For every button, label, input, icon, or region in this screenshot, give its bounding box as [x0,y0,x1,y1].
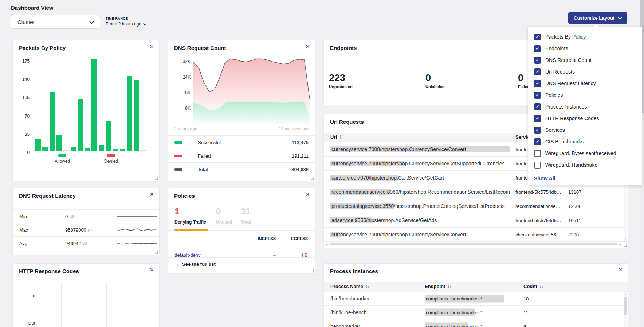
policy-name-link[interactable]: default-deny [174,252,201,258]
sort-icon [539,284,544,288]
resize-handle[interactable] [155,251,158,254]
checkbox-icon[interactable]: ✓ [534,92,541,99]
scroll-right-icon[interactable]: ▸ [620,243,621,246]
endpoint-highlight: compliance-benchmarker-* [425,295,504,302]
checkbox-icon[interactable]: ✓ [534,103,541,110]
menu-item-dns-request-count[interactable]: ✓DNS Request Count [534,54,642,66]
checkbox-icon[interactable] [534,162,541,169]
resize-handle[interactable] [311,177,314,180]
bar [106,121,111,151]
tab-count: 0 [216,207,232,216]
column-header-egress[interactable]: EGRESS [291,236,308,241]
menu-item-process-instances[interactable]: ✓Process Instances [534,101,642,113]
time-range-label: TIME RANGE [106,17,146,20]
widget-title: Policies [174,193,195,199]
checkbox-icon[interactable]: ✓ [534,57,541,64]
close-icon[interactable]: ✕ [149,44,154,49]
column-header-ingress[interactable]: INGRESS [258,236,276,241]
widget-process-instances: Process Instances ✕ Process NameEndpoint… [323,263,628,327]
sparkline [116,212,157,221]
close-icon[interactable]: ✕ [305,192,310,197]
checkbox-icon[interactable]: ✓ [534,34,541,40]
checkbox-icon[interactable]: ✓ [534,115,541,122]
bar [42,147,48,151]
latency-value: 95879000 [65,227,86,233]
y-tick-label: 140 [17,77,30,82]
close-icon[interactable]: ✕ [149,267,154,272]
tab-denying-traffic[interactable]: 1Denying Traffic [174,207,206,225]
legend-swatch [174,141,182,144]
tab-unused[interactable]: 0Unused [216,207,232,225]
column-header-url[interactable]: Url [330,134,343,140]
bar [71,147,76,151]
dns-legend: Successful113,475Failed191,211Total304,6… [168,135,315,176]
menu-item-packets-by-policy[interactable]: ✓Packets By Policy [534,31,642,43]
view-selector[interactable]: Cluster [10,15,100,29]
table-row[interactable]: benchmarkercompliance-benchmarker-*9 [324,319,628,327]
url-cell: productcatalogservice:3550/hipstershop.P… [330,203,505,209]
show-all-link[interactable]: Show All [534,172,642,185]
table-row[interactable]: recommendationservice:8080/hipstershop.R… [324,185,628,199]
checkbox-icon[interactable]: ✓ [534,80,541,87]
legend-swatch [58,154,66,157]
url-rest: /hipstershop.ProductCatalogService/ListP… [394,203,504,209]
menu-item-policies[interactable]: ✓Policies [534,89,642,101]
scroll-down-icon[interactable]: ▾ [624,238,627,241]
column-label: Url [330,134,337,140]
latency-row: Avg946942µs [13,236,159,250]
y-tick-label: 16K [174,90,191,95]
resize-handle[interactable] [624,244,627,247]
url-cell: adservice:9555/hipstershop.AdService/Get… [330,217,437,223]
table-row[interactable]: /bin/benchmarkercompliance-benchmarker-*… [324,292,628,306]
close-icon[interactable]: ✕ [305,44,310,49]
menu-item-wireguard-handshake[interactable]: Wireguard. Handshake [534,159,642,171]
menu-item-dns-request-latency[interactable]: ✓DNS Request Latency [534,78,642,89]
table-row[interactable]: /bin/kube-benchcompliance-benchmarker-*1… [324,306,628,319]
checkbox-icon[interactable]: ✓ [534,68,541,75]
bar [91,59,97,151]
resize-handle[interactable] [155,177,158,180]
legend-value: 113,475 [292,140,309,145]
menu-item-http-response-codes[interactable]: ✓HTTP Response Codes [534,113,642,124]
time-range-value[interactable]: From: 2 hours ago [106,21,146,27]
vertical-scrollbar[interactable]: ▴ [624,292,627,327]
stat-label: Unlabeled [425,84,445,89]
checkbox-icon[interactable]: ✓ [534,138,541,145]
checkbox-icon[interactable]: ✓ [534,45,541,52]
table-row[interactable]: adservice:9555/hipstershop.AdService/Get… [324,213,628,228]
scrollbar-thumb[interactable] [330,243,617,245]
column-header-count[interactable]: Count [523,284,544,289]
bar [113,149,118,151]
resize-handle[interactable] [311,269,314,272]
column-header-endpoint[interactable]: Endpoint [425,284,452,289]
horizontal-scrollbar[interactable]: ◂ ▸ [325,243,621,246]
customize-layout-button[interactable]: Customize Layout [568,12,627,24]
table-row[interactable]: currencyservice:7000/hipstershop.Currenc… [324,228,628,242]
tab-label: Unused [216,220,232,225]
bar [56,135,62,151]
scroll-up-icon[interactable]: ▴ [624,293,627,296]
checkbox-icon[interactable]: ✓ [534,127,541,134]
endpoint-highlight: compliance-benchmark [425,308,475,316]
scroll-left-icon[interactable]: ◂ [326,243,327,246]
menu-item-cis-benchmarks[interactable]: ✓CIS Benchmarks [534,136,642,147]
menu-item-endpoints[interactable]: ✓Endpoints [534,43,642,54]
legend-row: Total304,686 [168,162,315,176]
x-axis-end-label: 11 minutes ago [279,126,309,131]
legend-name: Successful [198,140,221,145]
checkbox-icon[interactable] [534,150,541,157]
close-icon[interactable]: ✕ [618,267,623,272]
menu-item-label: Policies [545,92,563,98]
url-highlight: curre [330,232,343,237]
table-row[interactable]: productcatalogservice:3550/hipstershop.P… [324,199,628,213]
column-header-process-name[interactable]: Process Name [330,284,370,289]
scrollbar-thumb[interactable] [624,297,627,315]
endpoint-rest: arker-* [468,323,482,327]
menu-item-wireguard-bytes[interactable]: Wireguard. Bytes sent/received [534,147,642,159]
legend-value: 191,211 [292,153,309,159]
close-icon[interactable]: ✕ [149,192,154,197]
see-full-list-link[interactable]: → See the full list [174,261,216,267]
menu-item-services[interactable]: ✓Services [534,124,642,136]
tab-total[interactable]: 31Total [241,207,251,225]
menu-item-url-requests[interactable]: ✓Url Requests [534,66,642,78]
